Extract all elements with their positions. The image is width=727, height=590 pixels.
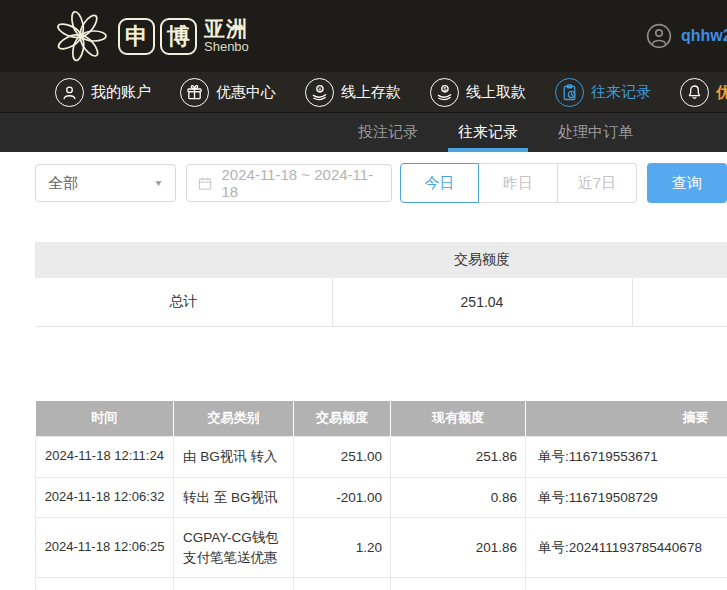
summary-total-label: 总计 bbox=[35, 278, 332, 326]
cell-memo: 单号:116719508729 bbox=[526, 477, 727, 518]
cell-balance: 251.86 bbox=[391, 437, 526, 478]
transactions-table: 时间 交易类别 交易额度 现有额度 摘要 2024-11-18 12:11:24… bbox=[35, 401, 727, 590]
nav-label: 往来记录 bbox=[591, 83, 651, 102]
nav-label: 我的账户 bbox=[91, 83, 151, 102]
cell-type: CGPAY支付 bbox=[174, 578, 294, 590]
brand-region: 亚洲 bbox=[204, 18, 249, 40]
col-header-type: 交易类别 bbox=[174, 401, 294, 437]
cell-amount: 200.00 bbox=[294, 578, 391, 590]
tab-transaction-records[interactable]: 往来记录 bbox=[452, 113, 524, 152]
summary-header-empty bbox=[632, 242, 727, 278]
flower-logo-icon bbox=[52, 7, 110, 65]
nav-label: 线上取款 bbox=[466, 83, 526, 102]
deposit-icon: ¥ bbox=[305, 78, 334, 107]
type-select[interactable]: 全部 ▼ bbox=[35, 164, 176, 202]
records-icon bbox=[555, 78, 584, 107]
cell-time: 2024-11-18 12:06:25 bbox=[36, 578, 174, 590]
yesterday-label: 昨日 bbox=[503, 174, 533, 193]
quick-date-buttons: 今日 昨日 近7日 bbox=[400, 163, 637, 203]
tab-pending-orders[interactable]: 处理中订单 bbox=[552, 113, 639, 152]
table-row: 2024-11-18 12:11:24 由 BG视讯 转入 251.00 251… bbox=[36, 437, 727, 478]
type-select-value: 全部 bbox=[48, 174, 78, 193]
brand-char-shen: 申 bbox=[118, 18, 155, 55]
nav-label: 线上存款 bbox=[341, 83, 401, 102]
nav-item-my-account[interactable]: 我的账户 bbox=[55, 78, 151, 107]
cell-amount: 251.00 bbox=[294, 437, 391, 478]
yesterday-button[interactable]: 昨日 bbox=[479, 163, 558, 203]
col-header-balance: 现有额度 bbox=[391, 401, 526, 437]
table-row: 2024-11-18 12:06:25 CGPAY支付 200.00 200.6… bbox=[36, 578, 727, 590]
cell-time: 2024-11-18 12:06:25 bbox=[36, 518, 174, 578]
bell-icon bbox=[680, 78, 709, 107]
avatar-icon bbox=[646, 23, 672, 49]
date-range-value: 2024-11-18 ~ 2024-11-18 bbox=[222, 166, 381, 200]
withdraw-icon: $ bbox=[430, 78, 459, 107]
brand-char-bo: 博 bbox=[160, 18, 197, 55]
nav-item-withdraw[interactable]: $ 线上取款 bbox=[430, 78, 526, 107]
brand-logo[interactable]: 申 博 亚洲 Shenbo bbox=[52, 7, 249, 65]
page: 申 博 亚洲 Shenbo qhhw2 我的账户 bbox=[0, 0, 727, 590]
main-nav: 我的账户 优惠中心 ¥ 线上存款 $ 线上取款 往来记录 bbox=[0, 72, 727, 113]
cell-type: 转出 至 BG视讯 bbox=[174, 477, 294, 518]
last7days-button[interactable]: 近7日 bbox=[558, 163, 637, 203]
search-button[interactable]: 查询 bbox=[647, 163, 727, 203]
today-label: 今日 bbox=[425, 174, 455, 193]
cell-balance: 200.66 bbox=[391, 578, 526, 590]
tab-label: 处理中订单 bbox=[558, 123, 633, 142]
calendar-icon bbox=[197, 175, 213, 192]
cell-time: 2024-11-18 12:11:24 bbox=[36, 437, 174, 478]
user-account[interactable]: qhhw2 bbox=[646, 0, 727, 72]
cell-balance: 201.86 bbox=[391, 518, 526, 578]
cell-balance: 0.86 bbox=[391, 477, 526, 518]
tab-betting-records[interactable]: 投注记录 bbox=[352, 113, 424, 152]
filter-bar: 全部 ▼ 2024-11-18 ~ 2024-11-18 今日 昨日 近7日 查… bbox=[35, 163, 727, 203]
cell-memo: 单号:202411193785440678 bbox=[526, 518, 727, 578]
nav-item-announcements[interactable]: 优 bbox=[680, 78, 727, 107]
nav-label: 优 bbox=[716, 83, 727, 102]
cell-memo: 单号:116719553671 bbox=[526, 437, 727, 478]
chevron-down-icon: ▼ bbox=[154, 178, 164, 187]
date-range-input[interactable]: 2024-11-18 ~ 2024-11-18 bbox=[186, 164, 392, 202]
nav-item-transaction-records[interactable]: 往来记录 bbox=[555, 78, 651, 107]
summary-header-row: 交易额度 bbox=[35, 242, 727, 278]
table-header-row: 时间 交易类别 交易额度 现有额度 摘要 bbox=[36, 401, 727, 437]
col-header-time: 时间 bbox=[36, 401, 174, 437]
summary-total-value: 251.04 bbox=[332, 278, 632, 326]
username-text: qhhw2 bbox=[681, 27, 727, 45]
cell-memo: 单号:202411193785440678 bbox=[526, 578, 727, 590]
summary-header-empty bbox=[35, 242, 332, 278]
last7days-label: 近7日 bbox=[578, 174, 616, 193]
col-header-amount: 交易额度 bbox=[294, 401, 391, 437]
cell-amount: -201.00 bbox=[294, 477, 391, 518]
user-icon bbox=[55, 78, 84, 107]
today-button[interactable]: 今日 bbox=[400, 163, 479, 203]
table-row: 2024-11-18 12:06:25 CGPAY-CG钱包支付笔笔送优惠 1.… bbox=[36, 518, 727, 578]
top-header: 申 博 亚洲 Shenbo qhhw2 bbox=[0, 0, 727, 72]
gift-icon bbox=[180, 78, 209, 107]
summary-empty-cell bbox=[632, 278, 727, 326]
summary-header-amount: 交易额度 bbox=[332, 242, 632, 278]
sub-tab-bar: 投注记录 往来记录 处理中订单 bbox=[0, 113, 727, 152]
tab-label: 往来记录 bbox=[458, 123, 518, 142]
cell-amount: 1.20 bbox=[294, 518, 391, 578]
nav-label: 优惠中心 bbox=[216, 83, 276, 102]
nav-item-deposit[interactable]: ¥ 线上存款 bbox=[305, 78, 401, 107]
tab-label: 投注记录 bbox=[358, 123, 418, 142]
cell-type: 由 BG视讯 转入 bbox=[174, 437, 294, 478]
summary-table: 交易额度 总计 251.04 bbox=[35, 242, 727, 327]
summary-total-row: 总计 251.04 bbox=[35, 278, 727, 326]
col-header-memo: 摘要 bbox=[526, 401, 727, 437]
cell-type: CGPAY-CG钱包支付笔笔送优惠 bbox=[174, 518, 294, 578]
table-row: 2024-11-18 12:06:32 转出 至 BG视讯 -201.00 0.… bbox=[36, 477, 727, 518]
brand-subtitle: Shenbo bbox=[204, 40, 249, 54]
cell-time: 2024-11-18 12:06:32 bbox=[36, 477, 174, 518]
nav-item-promotions[interactable]: 优惠中心 bbox=[180, 78, 276, 107]
